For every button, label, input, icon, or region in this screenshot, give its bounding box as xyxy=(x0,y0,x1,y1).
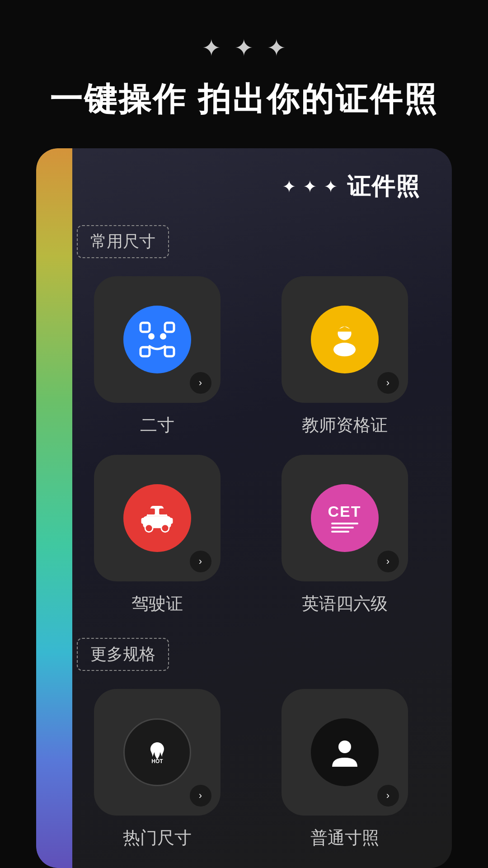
item-driver-bg: › xyxy=(94,455,221,581)
item-cet-bg: CET › xyxy=(282,455,408,581)
cet-line-3 xyxy=(331,531,349,533)
item-hot[interactable]: HOT › 热门尺寸 xyxy=(77,689,237,849)
svg-rect-15 xyxy=(141,518,145,524)
item-ercun-label: 二寸 xyxy=(140,414,174,437)
card-inner: ✦ ✦ ✦ 证件照 常用尺寸 xyxy=(77,171,425,849)
item-hot-arrow[interactable]: › xyxy=(190,785,211,807)
item-teacher-bg: › xyxy=(282,276,408,403)
card-sparkle-3: ✦ xyxy=(324,178,338,195)
item-ercun-icon xyxy=(123,306,191,373)
item-driver-icon xyxy=(123,484,191,552)
item-cet-arrow[interactable]: › xyxy=(377,551,399,572)
item-cet-label: 英语四六级 xyxy=(302,592,388,615)
svg-text:HOT: HOT xyxy=(151,758,163,764)
item-teacher-icon xyxy=(311,306,379,373)
common-grid: › 二寸 xyxy=(77,276,425,615)
svg-point-5 xyxy=(160,333,166,340)
item-driver[interactable]: › 驾驶证 xyxy=(77,455,237,615)
item-ercun-bg: › xyxy=(94,276,221,403)
item-hot-bg: HOT › xyxy=(94,689,221,816)
item-teacher[interactable]: › 教师资格证 xyxy=(264,276,425,437)
card-title: 证件照 xyxy=(347,171,420,203)
svg-rect-1 xyxy=(165,323,174,332)
more-grid: HOT › 热门尺寸 xyxy=(77,689,425,849)
card-sparkle-2: ✦ xyxy=(303,178,317,195)
svg-point-4 xyxy=(148,333,155,340)
item-teacher-arrow[interactable]: › xyxy=(377,372,399,394)
item-normal-bg: › xyxy=(282,689,408,816)
item-cet-icon: CET xyxy=(311,484,379,552)
item-hot-label: 热门尺寸 xyxy=(123,826,192,849)
svg-rect-12 xyxy=(159,508,167,514)
item-normal-arrow[interactable]: › xyxy=(377,785,399,807)
top-section: ✦ ✦ ✦ 一键操作 拍出你的证件照 xyxy=(0,0,488,121)
svg-marker-9 xyxy=(337,326,352,330)
main-card: ✦ ✦ ✦ 证件照 常用尺寸 xyxy=(36,148,452,868)
sparkle-2: ✦ xyxy=(234,36,254,60)
cet-line-2 xyxy=(331,527,354,528)
item-ercun-arrow[interactable]: › xyxy=(190,372,211,394)
sparkle-1: ✦ xyxy=(202,36,221,60)
page-title: 一键操作 拍出你的证件照 xyxy=(50,78,438,121)
item-driver-label: 驾驶证 xyxy=(131,592,183,615)
section-label-more: 更多规格 xyxy=(77,638,169,671)
svg-rect-16 xyxy=(169,518,173,524)
item-cet[interactable]: CET › 英语四六级 xyxy=(264,455,425,615)
svg-rect-3 xyxy=(165,347,174,356)
cet-line-1 xyxy=(331,523,358,524)
section-label-common-text: 常用尺寸 xyxy=(90,231,155,253)
svg-point-18 xyxy=(338,741,351,753)
svg-rect-0 xyxy=(141,323,150,332)
svg-point-7 xyxy=(333,343,356,356)
cet-text: CET xyxy=(328,504,361,519)
svg-point-13 xyxy=(145,524,153,532)
section-label-more-text: 更多规格 xyxy=(90,643,155,665)
card-sparkle-1: ✦ xyxy=(282,178,296,195)
svg-point-14 xyxy=(161,524,169,532)
section-label-common: 常用尺寸 xyxy=(77,225,169,258)
cet-lines xyxy=(331,523,358,533)
card-sparkles: ✦ ✦ ✦ xyxy=(282,178,338,195)
hot-badge: HOT xyxy=(144,739,171,766)
svg-rect-2 xyxy=(141,347,150,356)
card-header: ✦ ✦ ✦ 证件照 xyxy=(77,171,425,203)
item-normal-icon xyxy=(311,718,379,786)
item-teacher-label: 教师资格证 xyxy=(302,414,388,437)
item-ercun[interactable]: › 二寸 xyxy=(77,276,237,437)
item-normal[interactable]: › 普通寸照 xyxy=(264,689,425,849)
top-sparkles: ✦ ✦ ✦ xyxy=(202,36,286,60)
svg-rect-11 xyxy=(147,508,155,514)
sparkle-3: ✦ xyxy=(267,36,286,60)
cet-badge: CET xyxy=(328,504,361,533)
item-hot-icon: HOT xyxy=(123,718,191,786)
item-normal-label: 普通寸照 xyxy=(310,826,379,849)
item-driver-arrow[interactable]: › xyxy=(190,551,211,572)
